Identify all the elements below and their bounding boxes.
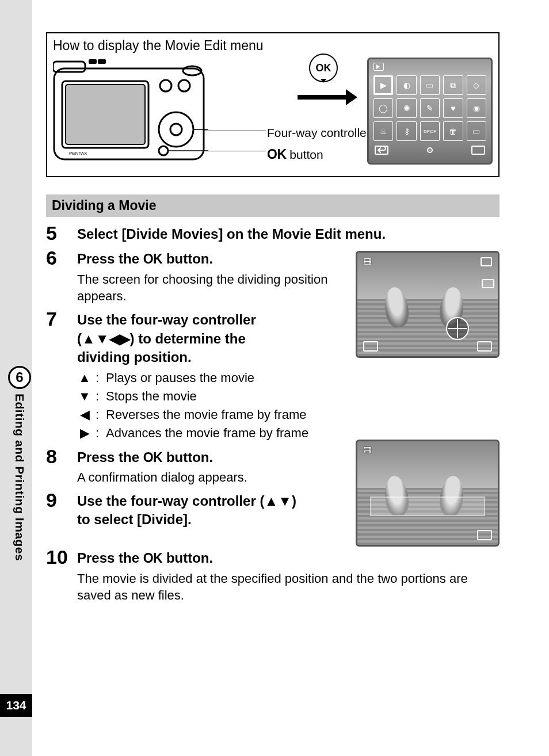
step-7: 7 Use the four-way controller (▲▼◀▶) to … (46, 308, 349, 442)
label-ok-button: OK button (267, 147, 323, 162)
screenshot-confirm-divide: 🎞 (356, 440, 500, 547)
record-dot-icon (423, 146, 437, 155)
ctrl-up-text: Plays or pauses the movie (106, 369, 254, 387)
grid-icon-contrast: ◐ (396, 75, 416, 95)
step-6-suffix: button. (162, 251, 213, 266)
step-6-number: 6 (46, 247, 77, 269)
back-icon (375, 146, 388, 155)
svg-point-11 (159, 146, 168, 155)
leader-line-controller (203, 131, 266, 131)
step-7-number: 7 (46, 308, 77, 330)
howto-title: How to display the Movie Edit menu (53, 38, 493, 54)
camera-svg: PENTAX (53, 56, 208, 165)
step-9-number: 9 (46, 490, 77, 511)
up-arrow-icon: ▲ (77, 369, 92, 387)
grid-icon-trash: 🗑 (443, 121, 463, 141)
svg-rect-2 (89, 59, 97, 64)
step-8: 8 Press the OK button. A confirmation di… (46, 446, 349, 486)
step-8-sub: A confirmation dialog appears. (77, 469, 349, 486)
step-10-suffix: button. (162, 550, 213, 566)
arrows-udlr-icon: ▲▼◀▶ (82, 331, 130, 346)
svg-rect-3 (98, 59, 106, 64)
step-10-head: Press the OK button. (77, 549, 500, 567)
step-10-sub: The movie is divided at the specified po… (77, 570, 500, 604)
copy-icon (481, 257, 492, 266)
softkey-right-icon-2 (477, 530, 492, 540)
step-7-l3: dividing position. (77, 349, 192, 365)
step-8-suffix: button. (162, 449, 213, 465)
ok-circle-text: OK (316, 62, 331, 74)
ok-glyph-step6: OK (143, 251, 163, 266)
page-number: 134 (0, 694, 32, 717)
step-7-l1: Use the four-way controller (77, 312, 256, 327)
step-8-head: Press the OK button. (77, 448, 349, 467)
step-6-head: Press the OK button. (77, 250, 349, 268)
movie-edit-icon: 🎞 (363, 257, 371, 266)
tiny-down-triangle-icon (321, 79, 326, 83)
step-9-l2: ) (292, 493, 296, 509)
chapter-number-badge: 6 (8, 366, 31, 389)
ok-glyph-step8: OK (143, 450, 163, 465)
step-9-l3: to select [Divide]. (77, 511, 192, 527)
softkey-left-icon (363, 341, 378, 352)
lcd-menu-preview: ▶ ◐ ▭ ⧉ ◇ ◯ ✺ ✎ ♥ ◉ ♨ ⚷ DPOF 🗑 ▭ (367, 58, 493, 165)
step-5-number: 5 (46, 223, 77, 244)
lcd-icon-grid: ▶ ◐ ▭ ⧉ ◇ ◯ ✺ ✎ ♥ ◉ ♨ ⚷ DPOF 🗑 ▭ (373, 75, 486, 141)
svg-point-9 (159, 112, 193, 147)
step-10: 10 Press the OK button. The movie is div… (46, 547, 500, 604)
howto-box: How to display the Movie Edit menu (46, 32, 500, 177)
grid-icon-key: ⚷ (396, 121, 416, 141)
step-5-head: Select [Divide Movies] on the Movie Edit… (77, 225, 500, 243)
ctrl-left-text: Reverses the movie frame by frame (106, 406, 306, 424)
dialog-highlight-bar (370, 497, 485, 516)
down-arrow-icon: ▼ (77, 387, 92, 406)
grid-icon-rotate: ◇ (467, 75, 486, 95)
grid-icon-cup: ♨ (373, 121, 393, 141)
ctrl-down-text: Stops the movie (106, 387, 197, 406)
controller-actions-table: ▲:Plays or pauses the movie ▼:Stops the … (77, 369, 349, 442)
step-5: 5 Select [Divide Movies] on the Movie Ed… (46, 223, 500, 244)
svg-point-10 (170, 124, 182, 135)
screenshot-divide-position: 🎞 (356, 251, 500, 358)
ok-circle-icon: OK (309, 54, 338, 82)
svg-text:PENTAX: PENTAX (69, 151, 87, 156)
steps-list: 5 Select [Divide Movies] on the Movie Ed… (46, 223, 500, 604)
right-arrow-icon: ▶ (77, 424, 92, 442)
right-screenshot-column: 🎞 🎞 (356, 251, 500, 547)
step-7-l2b: ) to determine the (130, 331, 246, 346)
lcd-topbar (373, 63, 486, 73)
svg-point-7 (178, 80, 190, 91)
ok-glyph-step10: OK (143, 551, 163, 566)
grid-icon-oval: ◯ (373, 98, 393, 118)
step-8-prefix: Press the (77, 449, 143, 465)
left-arrow-icon: ◀ (77, 406, 92, 424)
step-7-l2a: ( (77, 331, 82, 346)
leader-line-ok (203, 151, 266, 151)
ok-button-word: button (287, 148, 323, 161)
step-9-head: Use the four-way controller (▲▼) to sele… (77, 492, 349, 529)
movie-edit-icon-2: 🎞 (363, 446, 371, 455)
step-10-prefix: Press the (77, 550, 143, 566)
chapter-title-vertical: Editing and Printing Images (13, 394, 26, 561)
grid-icon-play: ▶ (373, 75, 393, 95)
step-6-prefix: Press the (77, 251, 143, 266)
svg-rect-5 (66, 85, 145, 144)
softkey-right-icon (477, 341, 492, 352)
svg-point-6 (160, 80, 171, 91)
side-chapter-tab: 6 Editing and Printing Images (5, 366, 34, 580)
grid-icon-magic: ✎ (420, 98, 440, 118)
label-four-way-controller: Four-way controller (267, 126, 371, 140)
arrow-right-icon (298, 95, 349, 100)
blank-softkey-icon (471, 146, 485, 155)
section-heading: Dividing a Movie (46, 194, 500, 217)
grid-icon-sun: ✺ (396, 98, 416, 118)
arrows-ud-icon: ▲▼ (264, 493, 292, 509)
ok-and-arrow: OK (289, 54, 358, 111)
playback-mode-icon (373, 63, 384, 71)
battery-icon (482, 279, 494, 288)
step-8-number: 8 (46, 446, 77, 467)
step-6-sub: The screen for choosing the dividing pos… (77, 271, 349, 305)
lcd-bottom-icons (373, 146, 486, 155)
step-9-l1: Use the four-way controller ( (77, 493, 264, 509)
step-6: 6 Press the OK button. The screen for ch… (46, 247, 349, 305)
